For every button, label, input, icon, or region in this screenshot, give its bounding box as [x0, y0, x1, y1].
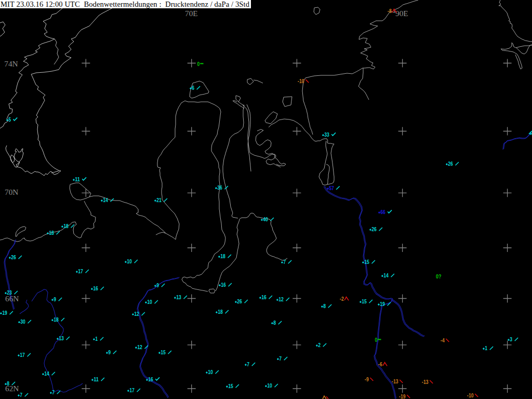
svg-text:70N: 70N [5, 188, 18, 196]
svg-text:19: 19 [2, 309, 7, 316]
svg-text:2: 2 [341, 295, 344, 302]
svg-text:14: 14 [44, 370, 49, 377]
svg-text:14: 14 [103, 196, 108, 204]
svg-text:12: 12 [278, 296, 284, 303]
svg-text:0: 0 [197, 60, 200, 68]
svg-text:18: 18 [63, 222, 69, 230]
svg-text:10: 10 [208, 368, 213, 376]
svg-text:18: 18 [218, 308, 223, 315]
svg-text:10: 10 [299, 77, 304, 85]
svg-text:12: 12 [134, 310, 139, 317]
svg-text:6: 6 [192, 84, 194, 91]
svg-text:10: 10 [469, 392, 474, 399]
svg-text:12: 12 [137, 343, 142, 351]
svg-text:8: 8 [7, 380, 9, 387]
svg-text:90E: 90E [395, 9, 408, 18]
svg-text:23: 23 [7, 289, 12, 296]
svg-text:26: 26 [371, 225, 377, 233]
svg-text:66: 66 [380, 208, 385, 216]
svg-text:10: 10 [127, 258, 132, 265]
svg-text:70E: 70E [185, 9, 198, 18]
svg-text:16: 16 [221, 281, 226, 288]
svg-text:16: 16 [148, 376, 153, 383]
svg-text:16: 16 [261, 294, 267, 301]
svg-text:4: 4 [442, 337, 445, 344]
svg-text:13: 13 [393, 378, 398, 385]
svg-text:36: 36 [217, 184, 222, 191]
svg-text:9: 9 [366, 376, 369, 383]
svg-text:19: 19 [401, 393, 406, 399]
svg-text:74N: 74N [4, 59, 18, 68]
svg-text:7: 7 [52, 389, 55, 396]
svg-text:7: 7 [279, 355, 282, 362]
svg-text:26: 26 [11, 254, 16, 261]
svg-text:15: 15 [364, 258, 369, 265]
svg-text:15: 15 [362, 298, 367, 305]
svg-text:40: 40 [263, 216, 268, 223]
svg-text:15: 15 [161, 349, 166, 356]
svg-text:14: 14 [383, 272, 389, 279]
svg-text:13: 13 [176, 294, 181, 301]
svg-text:15: 15 [228, 382, 233, 390]
svg-text:1: 1 [95, 335, 98, 342]
svg-text:3: 3 [510, 336, 512, 343]
svg-text:17: 17 [78, 268, 83, 275]
svg-text:7: 7 [283, 258, 286, 265]
svg-text:19: 19 [380, 300, 385, 308]
svg-text:8: 8 [389, 7, 392, 15]
svg-text:26: 26 [448, 160, 453, 167]
svg-text:7: 7 [247, 361, 249, 368]
svg-text:9: 9 [108, 349, 111, 356]
svg-text:18: 18 [49, 229, 54, 236]
svg-text:21: 21 [156, 196, 162, 204]
svg-text:26: 26 [237, 298, 242, 305]
svg-text:2: 2 [318, 341, 321, 349]
svg-text:17: 17 [129, 387, 135, 394]
svg-text:MIT 23.03.16 12:00 UTC Bodenw: MIT 23.03.16 12:00 UTC Bodenwettermeldun… [1, 0, 250, 8]
svg-text:+: + [529, 131, 532, 137]
svg-text:0: 0 [375, 336, 378, 343]
svg-text:8: 8 [323, 302, 326, 310]
svg-text:13: 13 [59, 335, 64, 342]
svg-text:6: 6 [380, 361, 382, 368]
svg-text:1: 1 [485, 344, 487, 352]
svg-text:7: 7 [20, 391, 22, 398]
svg-text:18: 18 [54, 316, 59, 323]
svg-text:11: 11 [94, 376, 99, 383]
svg-text:9: 9 [54, 296, 56, 303]
svg-text:33: 33 [324, 131, 329, 138]
svg-text:10: 10 [267, 382, 272, 389]
svg-text:9: 9 [156, 282, 159, 289]
svg-text:11: 11 [75, 176, 80, 183]
svg-text:30: 30 [20, 318, 25, 325]
svg-text:17: 17 [20, 351, 25, 358]
svg-text:18: 18 [220, 252, 225, 260]
svg-text:16: 16 [93, 285, 98, 292]
svg-text:8: 8 [273, 319, 276, 326]
svg-text:13: 13 [423, 378, 429, 385]
svg-text:10: 10 [147, 298, 152, 305]
svg-text:5: 5 [8, 116, 11, 123]
svg-text:0?: 0? [436, 273, 442, 280]
svg-text:57: 57 [329, 184, 334, 192]
